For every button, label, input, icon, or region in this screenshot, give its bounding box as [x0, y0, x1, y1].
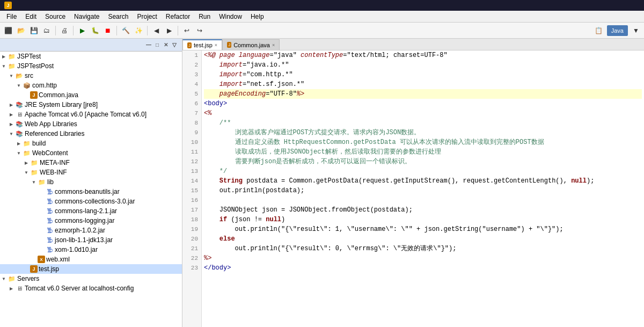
code-line-18[interactable]: if (json != null) — [204, 215, 642, 224]
tab-close-test-jsp[interactable]: × — [215, 42, 217, 48]
code-line-8[interactable]: /** — [204, 118, 642, 128]
toolbar-debug[interactable]: 🐛 — [89, 25, 101, 37]
tree-item-src[interactable]: ▼📂src — [0, 71, 182, 81]
tree-item-apachetomcat[interactable]: ▶🖥Apache Tomcat v6.0 [Apache Tomcat v6.0… — [0, 110, 182, 119]
menu-edit[interactable]: Edit — [21, 12, 41, 21]
code-line-1[interactable]: <%@ page language="java" contentType="te… — [204, 50, 642, 60]
tree-item-jar4[interactable]: 🗜commons-logging.jar — [0, 216, 182, 226]
tree-item-metainf[interactable]: ▶📁META-INF — [0, 158, 182, 168]
tree-item-jar3[interactable]: 🗜commons-lang-2.1.jar — [0, 206, 182, 216]
tree-item-jar2[interactable]: 🗜commons-collections-3.0.jar — [0, 197, 182, 206]
tree-item-jar1[interactable]: 🗜commons-beanutils.jar — [0, 187, 182, 197]
close-panel-icon[interactable]: ✕ — [162, 41, 170, 49]
code-line-23[interactable]: </body> — [204, 263, 642, 273]
toolbar-more[interactable]: ▼ — [630, 25, 642, 37]
tree-item-webxml[interactable]: Xweb.xml — [0, 255, 182, 264]
menu-search[interactable]: Search — [104, 12, 133, 21]
code-line-2[interactable]: import="java.io.*" — [204, 60, 642, 70]
tree-item-lib[interactable]: ▼📁lib — [0, 177, 182, 187]
menu-run[interactable]: Run — [194, 12, 215, 21]
code-content[interactable]: <%@ page language="java" contentType="te… — [202, 50, 644, 327]
toolbar-save[interactable]: 💾 — [28, 25, 40, 37]
code-line-4[interactable]: import="net.sf.json.*" — [204, 79, 642, 89]
menu-navigate[interactable]: Navigate — [70, 12, 104, 21]
tree-arrow-jsptestpost[interactable]: ▼ — [0, 62, 8, 70]
tree-item-webcontent[interactable]: ▼📁WebContent — [0, 148, 182, 158]
tree-item-webapplibs[interactable]: ▶📚Web App Libraries — [0, 119, 182, 129]
tree-item-jar7[interactable]: 🗜xom-1.0d10.jar — [0, 245, 182, 255]
menu-panel-icon[interactable]: ▽ — [170, 41, 179, 49]
toolbar-pkg-explorer[interactable]: 📋 — [593, 25, 605, 37]
toolbar-stop[interactable]: ⏹ — [102, 25, 114, 37]
tree-arrow-jsptest[interactable]: ▶ — [0, 53, 8, 60]
code-line-12[interactable]: 需要判断json是否解析成功，不成功可以返回一个错误标识。 — [204, 157, 642, 166]
code-line-3[interactable]: import="com.http.*" — [204, 70, 642, 79]
code-line-6[interactable]: <body> — [204, 99, 642, 108]
tree-arrow-build[interactable]: ▶ — [15, 140, 23, 147]
tree-item-servers[interactable]: ▼📁Servers — [0, 274, 182, 284]
tree-arrow-reflibs[interactable]: ▼ — [8, 130, 15, 137]
tree-arrow-servers[interactable]: ▼ — [0, 275, 8, 282]
toolbar-redo[interactable]: ↪ — [194, 25, 206, 37]
toolbar-save-all[interactable]: 🗂 — [41, 25, 53, 37]
toolbar-print[interactable]: 🖨 — [58, 25, 70, 37]
tab-close-common-java[interactable]: × — [272, 42, 275, 48]
menu-source[interactable]: Source — [41, 12, 70, 21]
tree-item-webinf[interactable]: ▼📁WEB-INF — [0, 168, 182, 177]
minimize-icon[interactable]: — — [144, 41, 153, 49]
toolbar-back[interactable]: ◀ — [150, 25, 162, 37]
tree-item-build[interactable]: ▶📁build — [0, 139, 182, 148]
tree-item-testjsp[interactable]: Jtest.jsp — [0, 264, 182, 274]
tree-arrow-webinf[interactable]: ▼ — [23, 169, 30, 176]
tab-test-jsp[interactable]: Jtest.jsp× — [182, 39, 222, 50]
maximize-icon[interactable]: □ — [153, 41, 162, 49]
code-line-22[interactable]: %> — [204, 253, 642, 263]
code-line-10[interactable]: 通过自定义函数 HttpRequestCommon.getPostData 可以… — [204, 137, 642, 147]
code-line-16[interactable] — [204, 195, 642, 205]
toolbar-undo[interactable]: ↩ — [181, 25, 193, 37]
toolbar-forward[interactable]: ▶ — [163, 25, 175, 37]
menu-help[interactable]: Help — [246, 12, 268, 21]
tree-item-jar6[interactable]: 🗜json-lib-1.1-jdk13.jar — [0, 235, 182, 245]
code-line-9[interactable]: 浏览器或客户端通过POST方式提交请求。请求内容为JSON数据。 — [204, 128, 642, 137]
java-perspective-btn[interactable]: Java — [607, 25, 628, 36]
tree-arrow-apachetomcat[interactable]: ▶ — [8, 111, 15, 118]
tree-arrow-webcontent[interactable]: ▼ — [15, 149, 23, 157]
tree-arrow-metainf[interactable]: ▶ — [23, 159, 30, 166]
tree-label-jar2: commons-collections-3.0.jar — [55, 198, 135, 205]
code-line-14[interactable]: String postdata = Common.getPostData(req… — [204, 176, 642, 186]
code-line-7[interactable]: <% — [204, 108, 642, 118]
toolbar-open[interactable]: 📂 — [15, 25, 27, 37]
tree-item-comhttp[interactable]: ▼📦com.http — [0, 81, 182, 90]
tab-common-java[interactable]: JCommon.java× — [222, 39, 280, 50]
code-line-19[interactable]: out.println("{\"result\": 1, \"username\… — [204, 224, 642, 234]
tree-item-jar5[interactable]: 🗜ezmorph-1.0.2.jar — [0, 226, 182, 235]
toolbar-new[interactable]: ⬛ — [2, 25, 14, 37]
code-line-11[interactable]: 读取成功后，使用JSONObject解析，然后读取我们需要的参数进行处理 — [204, 147, 642, 157]
menu-window[interactable]: Window — [215, 12, 246, 21]
tree-item-commonjava[interactable]: JCommon.java — [0, 90, 182, 100]
code-line-15[interactable]: out.println(postdata); — [204, 186, 642, 195]
menu-file[interactable]: File — [2, 12, 21, 21]
tree-item-reflibs[interactable]: ▼📚Referenced Libraries — [0, 129, 182, 139]
tree-arrow-webapplibs[interactable]: ▶ — [8, 120, 15, 128]
tree-item-jsptest[interactable]: ▶📁JSPTest — [0, 52, 182, 61]
code-line-5[interactable]: pageEncoding="UTF-8"%> — [204, 89, 642, 99]
toolbar-run[interactable]: ▶ — [76, 25, 88, 37]
tree-item-jsptestpost[interactable]: ▼📁JSPTestPost — [0, 61, 182, 71]
toolbar-clean[interactable]: ✨ — [133, 25, 144, 37]
tree-arrow-comhttp[interactable]: ▼ — [15, 82, 23, 89]
menu-refactor[interactable]: Refactor — [162, 12, 194, 21]
code-line-20[interactable]: else — [204, 234, 642, 244]
toolbar-build[interactable]: 🔨 — [120, 25, 131, 37]
tree-arrow-lib[interactable]: ▼ — [30, 178, 38, 186]
code-line-21[interactable]: out.println("{\"result\": 0, \"errmsg\":… — [204, 244, 642, 253]
tree-arrow-jresyslib[interactable]: ▶ — [8, 101, 15, 108]
code-line-13[interactable]: */ — [204, 166, 642, 176]
tree-arrow-src[interactable]: ▼ — [8, 72, 15, 79]
code-line-17[interactable]: JSONObject json = JSONObject.fromObject(… — [204, 205, 642, 215]
menu-project[interactable]: Project — [133, 12, 161, 21]
tree-arrow-tomcatserver[interactable]: ▶ — [8, 285, 15, 292]
tree-item-jresyslib[interactable]: ▶📚JRE System Library [jre8] — [0, 100, 182, 110]
tree-item-tomcatserver[interactable]: ▶🖥Tomcat v6.0 Server at localhost-config — [0, 284, 182, 293]
